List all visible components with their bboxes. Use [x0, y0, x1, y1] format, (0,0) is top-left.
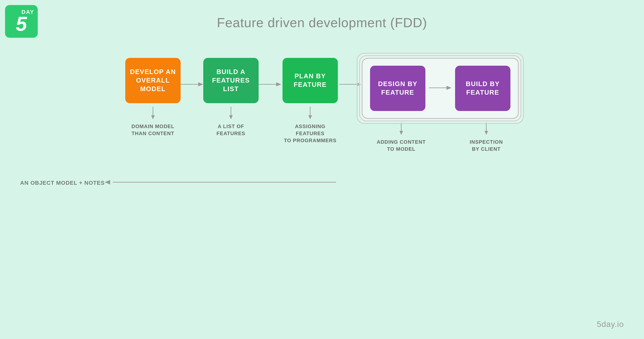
feedback-arrow: [105, 178, 336, 188]
svg-marker-5: [229, 115, 233, 119]
box-plan-label: PLAN BY FEATURE: [287, 72, 333, 89]
down-arrow-design: [397, 122, 405, 136]
svg-marker-3: [198, 82, 203, 86]
down-arrow-build: [482, 122, 490, 136]
box-build: BUILD BY FEATURE: [455, 66, 510, 111]
box-develop: DEVELOP AN OVERALL MODEL: [125, 58, 181, 103]
label-build-features: A LIST OFFEATURES: [217, 123, 245, 137]
flow-item-build: BUILD BY FEATURE: [455, 66, 510, 111]
svg-marker-17: [485, 131, 488, 135]
feedback-label: AN OBJECT MODEL + NOTES: [20, 179, 105, 187]
svg-marker-13: [447, 86, 452, 90]
box-design: DESIGN BY FEATURE: [370, 66, 425, 111]
arrow-4-5: [429, 84, 452, 93]
box-design-label: DESIGN BY FEATURE: [375, 80, 421, 97]
flow-diagram: DEVELOP AN OVERALL MODEL DOMAIN MODELTHA…: [15, 58, 629, 153]
box-plan: PLAN BY FEATURE: [283, 58, 338, 103]
svg-marker-19: [105, 180, 110, 184]
svg-marker-1: [151, 115, 155, 119]
down-arrow-develop: [149, 107, 157, 120]
arrow-1-2: [181, 81, 203, 88]
page-title: Feature driven development (FDD): [0, 15, 644, 30]
down-arrow-plan: [306, 107, 314, 120]
svg-marker-15: [399, 131, 403, 135]
flow-item-design: DESIGN BY FEATURE: [370, 66, 425, 111]
box-build-features-label: BUILD A FEATURES LIST: [208, 68, 254, 93]
flow-item-build-features: BUILD A FEATURES LIST A LIST OFFEATURES: [203, 58, 259, 137]
flow-item-plan: PLAN BY FEATURE ASSIGNING FEATURESTO PRO…: [281, 58, 339, 144]
label-develop: DOMAIN MODELTHAN CONTENT: [132, 123, 175, 137]
watermark: 5day.io: [597, 320, 624, 329]
box-build-label: BUILD BY FEATURE: [460, 80, 506, 97]
flow-item-group: DESIGN BY FEATURE BUILD BY FEATURE: [362, 58, 519, 153]
svg-marker-7: [276, 82, 281, 86]
label-design: ADDING CONTENTTO MODEL: [377, 138, 426, 153]
arrow-2-3: [259, 81, 281, 88]
label-build: INSPECTIONBY CLIENT: [470, 138, 503, 153]
svg-marker-9: [308, 115, 312, 119]
feedback-row: AN OBJECT MODEL + NOTES: [20, 178, 629, 188]
down-arrow-build-features: [227, 107, 235, 120]
box-develop-label: DEVELOP AN OVERALL MODEL: [130, 68, 176, 93]
flow-item-develop: DEVELOP AN OVERALL MODEL DOMAIN MODELTHA…: [125, 58, 181, 137]
box-build-features: BUILD A FEATURES LIST: [203, 58, 259, 103]
label-plan: ASSIGNING FEATURESTO PROGRAMMERS: [281, 123, 339, 144]
